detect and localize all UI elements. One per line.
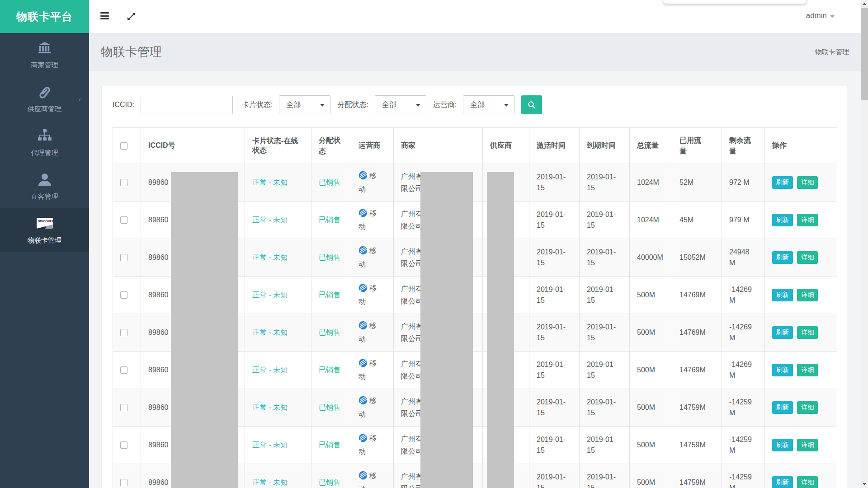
row-checkbox[interactable] (120, 179, 127, 186)
col-assign-status: 分配状态 (311, 128, 351, 164)
select-all-checkbox[interactable] (120, 142, 127, 150)
cell-expire-time: 2019-01-15 (580, 464, 630, 488)
refresh-button[interactable]: 刷新 (772, 326, 793, 339)
cell-activate-time: 2019-01-15 (529, 164, 580, 202)
row-checkbox[interactable] (120, 291, 127, 299)
cell-assign-status: 已销售 (311, 202, 351, 239)
cell-ops: 刷新 详细 (765, 314, 837, 352)
cell-remain-flow: 979 M (722, 202, 765, 239)
user-menu[interactable]: admin (806, 11, 835, 20)
cell-assign-status: 已销售 (311, 352, 351, 389)
sidebar-item-iot-card-management[interactable]: DISCOVER 物联卡管理 (0, 208, 89, 252)
cell-card-status[interactable]: 正常 - 未知 (245, 314, 311, 352)
card-status-select[interactable]: 全部 (279, 95, 330, 114)
cell-used-flow: 52M (672, 164, 722, 202)
row-checkbox[interactable] (120, 441, 127, 449)
cell-card-status[interactable]: 正常 - 未知 (245, 202, 311, 239)
refresh-button[interactable]: 刷新 (772, 364, 793, 376)
refresh-button[interactable]: 刷新 (772, 476, 793, 488)
detail-button[interactable]: 详细 (797, 364, 818, 376)
refresh-button[interactable]: 刷新 (772, 251, 793, 264)
iccid-input[interactable] (141, 96, 233, 114)
sidebar-item-supplier-management[interactable]: 供应商管理 ‹ (0, 77, 89, 121)
chevron-left-icon[interactable]: ‹ (79, 96, 81, 103)
cell-expire-time: 2019-01-15 (580, 202, 630, 239)
vertical-scrollbar[interactable] (861, 0, 868, 488)
cell-assign-status: 已销售 (311, 464, 351, 488)
china-mobile-logo-icon (359, 471, 368, 483)
filter-bar: ICCID: 卡片状态: 全部 分配状态: 全部 运营商: 全部 (113, 95, 847, 114)
cell-operator: 移动 (351, 202, 394, 239)
refresh-button[interactable]: 刷新 (772, 289, 793, 301)
col-iccid: ICCID号 (141, 128, 245, 164)
cell-total-flow: 1024M (630, 202, 672, 239)
sidebar-item-agent-management[interactable]: 代理管理 (0, 121, 89, 164)
cell-ops: 刷新 详细 (765, 164, 837, 202)
user-icon (37, 172, 52, 187)
fullscreen-icon[interactable] (127, 12, 136, 23)
row-checkbox[interactable] (120, 216, 127, 224)
cell-card-status[interactable]: 正常 - 未知 (245, 427, 311, 464)
row-checkbox[interactable] (120, 329, 127, 336)
menu-toggle-icon[interactable] (100, 12, 109, 19)
cell-card-status[interactable]: 正常 - 未知 (245, 164, 311, 202)
col-merchant: 商家 (394, 128, 483, 164)
detail-button[interactable]: 详细 (797, 439, 818, 451)
assign-status-select[interactable]: 全部 (375, 95, 426, 114)
sidebar-item-label: 直客管理 (31, 192, 58, 201)
cell-assign-status: 已销售 (311, 427, 351, 464)
cell-operator: 移动 (351, 427, 394, 464)
row-checkbox[interactable] (120, 366, 127, 374)
redaction-overlay-supplier (487, 172, 514, 488)
cell-card-status[interactable]: 正常 - 未知 (245, 239, 311, 277)
cell-used-flow: 45M (672, 202, 722, 239)
detail-button[interactable]: 详细 (797, 476, 818, 488)
username: admin (806, 11, 827, 20)
detail-button[interactable]: 详细 (797, 326, 818, 339)
col-card-status: 卡片状态-在线状态 (245, 128, 311, 164)
cell-operator: 移动 (351, 277, 394, 314)
row-checkbox[interactable] (120, 254, 127, 261)
refresh-button[interactable]: 刷新 (772, 439, 793, 451)
sidebar-item-label: 商家管理 (31, 61, 58, 70)
cell-assign-status: 已销售 (311, 314, 351, 352)
detail-button[interactable]: 详细 (797, 401, 818, 414)
cell-card-status[interactable]: 正常 - 未知 (245, 352, 311, 389)
cell-card-status[interactable]: 正常 - 未知 (245, 277, 311, 314)
cell-used-flow: 14769M (672, 352, 722, 389)
cell-activate-time: 2019-01-15 (529, 464, 580, 488)
scroll-down-arrow-icon[interactable] (863, 483, 866, 485)
cell-card-status[interactable]: 正常 - 未知 (245, 464, 311, 488)
scroll-up-arrow-icon[interactable] (863, 3, 866, 5)
row-checkbox[interactable] (120, 479, 127, 486)
scrollbar-thumb[interactable] (861, 8, 868, 100)
detail-button[interactable]: 详细 (797, 289, 818, 301)
china-mobile-logo-icon (359, 208, 368, 221)
cell-card-status[interactable]: 正常 - 未知 (245, 389, 311, 427)
search-button[interactable] (521, 95, 542, 114)
cell-expire-time: 2019-01-15 (580, 314, 630, 352)
detail-button[interactable]: 详细 (797, 251, 818, 264)
detail-button[interactable]: 详细 (797, 214, 818, 226)
cell-expire-time: 2019-01-15 (580, 277, 630, 314)
sidebar-item-direct-customer-management[interactable]: 直客管理 (0, 164, 89, 208)
cell-used-flow: 15052M (672, 239, 722, 277)
cell-ops: 刷新 详细 (765, 352, 837, 389)
credit-card-icon: DISCOVER (37, 216, 53, 231)
page-title: 物联卡管理 (101, 44, 162, 60)
card-swoosh (37, 225, 53, 229)
card-brand-text: DISCOVER (38, 220, 53, 223)
refresh-button[interactable]: 刷新 (772, 176, 793, 189)
refresh-button[interactable]: 刷新 (772, 401, 793, 414)
china-mobile-logo-icon (359, 358, 368, 371)
sidebar-item-merchant-management[interactable]: 商家管理 (0, 33, 89, 77)
breadcrumb: 物联卡管理 (815, 48, 849, 56)
detail-button[interactable]: 详细 (797, 176, 818, 189)
row-checkbox[interactable] (120, 404, 127, 411)
cell-expire-time: 2019-01-15 (580, 427, 630, 464)
cell-ops: 刷新 详细 (765, 277, 837, 314)
cell-used-flow: 14769M (672, 277, 722, 314)
operator-select[interactable]: 全部 (463, 95, 514, 114)
refresh-button[interactable]: 刷新 (772, 214, 793, 226)
cell-operator: 移动 (351, 389, 394, 427)
